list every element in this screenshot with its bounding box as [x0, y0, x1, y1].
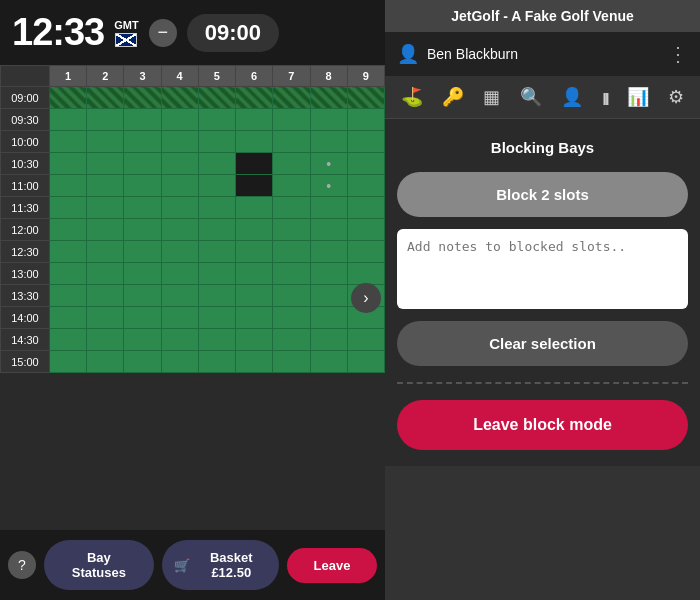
more-options-icon[interactable]: ⋮	[668, 42, 688, 66]
bay-cell[interactable]	[347, 329, 384, 351]
bay-cell[interactable]	[236, 197, 273, 219]
bay-cell[interactable]	[273, 153, 310, 175]
bay-cell[interactable]	[87, 241, 124, 263]
bay-cell[interactable]	[236, 285, 273, 307]
bay-cell[interactable]	[124, 263, 161, 285]
bay-cell[interactable]	[310, 351, 347, 373]
bay-cell[interactable]	[124, 87, 161, 109]
bay-cell-dot[interactable]	[310, 153, 347, 175]
bay-cell[interactable]	[310, 197, 347, 219]
bay-cell[interactable]	[49, 263, 86, 285]
bay-cell[interactable]	[347, 197, 384, 219]
bay-cell[interactable]	[49, 351, 86, 373]
minus-button[interactable]: −	[149, 19, 177, 47]
bay-cell[interactable]	[124, 175, 161, 197]
bay-cell[interactable]	[198, 153, 235, 175]
bay-cell[interactable]	[161, 87, 198, 109]
bay-cell[interactable]	[273, 241, 310, 263]
bay-cell[interactable]	[87, 351, 124, 373]
bay-cell[interactable]	[49, 307, 86, 329]
bay-cell[interactable]	[161, 153, 198, 175]
barcode-icon[interactable]: |||	[597, 88, 614, 107]
bay-cell[interactable]	[161, 241, 198, 263]
bay-cell-blocked[interactable]	[236, 153, 273, 175]
bay-cell[interactable]	[87, 329, 124, 351]
bay-cell[interactable]	[49, 131, 86, 153]
bay-cell[interactable]	[161, 263, 198, 285]
bay-cell-blocked[interactable]	[236, 175, 273, 197]
bay-cell[interactable]	[198, 241, 235, 263]
bay-cell[interactable]	[124, 197, 161, 219]
bay-cell[interactable]	[236, 351, 273, 373]
search-icon[interactable]: 🔍	[514, 84, 548, 110]
bay-cell[interactable]	[310, 285, 347, 307]
bay-cell[interactable]	[310, 87, 347, 109]
bay-cell[interactable]	[161, 197, 198, 219]
bay-cell[interactable]	[87, 109, 124, 131]
bay-cell[interactable]	[273, 87, 310, 109]
bay-cell[interactable]	[347, 153, 384, 175]
bay-cell[interactable]	[273, 285, 310, 307]
bay-cell[interactable]	[347, 87, 384, 109]
bay-cell[interactable]	[87, 87, 124, 109]
bay-cell[interactable]	[198, 307, 235, 329]
leave-button-bottom[interactable]: Leave	[287, 548, 377, 583]
bay-cell[interactable]	[49, 219, 86, 241]
bay-cell[interactable]	[161, 351, 198, 373]
bay-cell[interactable]	[273, 219, 310, 241]
bay-cell[interactable]	[236, 109, 273, 131]
bay-cell[interactable]	[236, 131, 273, 153]
bay-cell[interactable]	[124, 109, 161, 131]
bay-cell[interactable]	[198, 219, 235, 241]
tee-icon[interactable]: ⛳	[395, 84, 429, 110]
bay-statuses-button[interactable]: Bay Statuses	[44, 540, 154, 590]
gear-icon[interactable]: ⚙	[662, 84, 690, 110]
bay-cell[interactable]	[198, 109, 235, 131]
bay-cell[interactable]	[273, 131, 310, 153]
bay-cell[interactable]	[49, 285, 86, 307]
bay-cell[interactable]	[124, 131, 161, 153]
key-icon[interactable]: 🔑	[436, 84, 470, 110]
bay-cell[interactable]	[273, 175, 310, 197]
bay-cell[interactable]	[124, 307, 161, 329]
bay-cell[interactable]	[310, 131, 347, 153]
bay-cell[interactable]	[87, 307, 124, 329]
bay-cell[interactable]	[273, 329, 310, 351]
bay-cell[interactable]	[273, 307, 310, 329]
bay-cell[interactable]	[236, 219, 273, 241]
bay-cell[interactable]	[347, 263, 384, 285]
bay-cell[interactable]	[87, 263, 124, 285]
bay-cell[interactable]	[347, 219, 384, 241]
bay-cell[interactable]	[310, 307, 347, 329]
bay-cell[interactable]	[87, 131, 124, 153]
bay-cell[interactable]	[198, 351, 235, 373]
scroll-right-button[interactable]: ›	[351, 283, 381, 313]
bay-cell[interactable]	[347, 241, 384, 263]
bay-cell[interactable]	[273, 197, 310, 219]
bay-cell[interactable]	[124, 153, 161, 175]
bay-cell[interactable]	[161, 285, 198, 307]
bay-cell[interactable]	[236, 87, 273, 109]
bay-cell[interactable]	[310, 109, 347, 131]
bay-cell[interactable]	[161, 307, 198, 329]
bay-cell[interactable]	[161, 131, 198, 153]
bay-cell[interactable]	[236, 329, 273, 351]
bay-cell[interactable]	[347, 175, 384, 197]
bay-cell[interactable]	[124, 285, 161, 307]
bay-cell[interactable]	[347, 131, 384, 153]
bay-cell[interactable]	[161, 109, 198, 131]
bay-cell[interactable]	[124, 219, 161, 241]
bay-cell[interactable]	[310, 263, 347, 285]
bay-cell[interactable]	[198, 197, 235, 219]
bay-cell[interactable]	[161, 175, 198, 197]
bay-cell[interactable]	[87, 219, 124, 241]
bay-cell[interactable]	[198, 131, 235, 153]
bay-cell[interactable]	[236, 263, 273, 285]
bay-cell[interactable]	[49, 109, 86, 131]
bay-cell[interactable]	[161, 329, 198, 351]
bay-cell[interactable]	[198, 175, 235, 197]
bay-cell[interactable]	[124, 329, 161, 351]
chart-icon[interactable]: 📊	[621, 84, 655, 110]
bay-cell[interactable]	[347, 351, 384, 373]
bay-cell[interactable]	[347, 109, 384, 131]
